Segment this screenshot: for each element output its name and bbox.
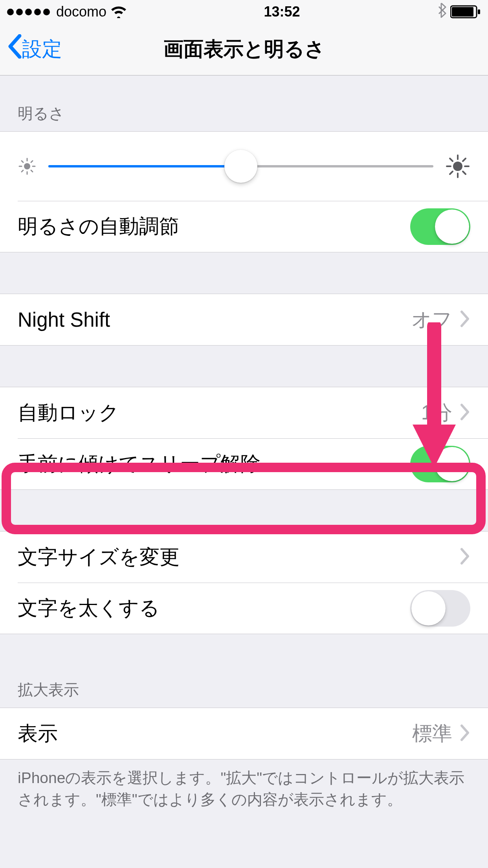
signal-strength-icon — [7, 9, 50, 15]
bold-text-toggle[interactable] — [410, 590, 470, 627]
text-size-cell[interactable]: 文字サイズを変更 — [0, 531, 488, 583]
zoom-footer: iPhoneの表示を選択します。"拡大"ではコントロールが拡大表示されます。"標… — [0, 760, 488, 818]
chevron-left-icon — [7, 34, 22, 63]
sun-large-icon — [445, 154, 470, 179]
brightness-slider-cell — [0, 132, 488, 201]
chevron-right-icon — [460, 401, 470, 425]
section-header-zoom: 拡大表示 — [0, 634, 488, 708]
svg-point-3 — [24, 163, 30, 169]
sun-small-icon — [18, 157, 37, 176]
bold-text-label: 文字を太くする — [18, 595, 410, 622]
svg-line-19 — [450, 171, 453, 174]
auto-brightness-cell: 明るさの自動調節 — [0, 201, 488, 252]
status-left: docomo — [7, 4, 127, 20]
svg-line-8 — [22, 161, 23, 162]
view-value: 標準 — [412, 720, 452, 747]
raise-to-wake-label: 手前に傾けてスリープ解除 — [18, 451, 410, 478]
night-shift-value: オフ — [411, 306, 452, 333]
bold-text-cell: 文字を太くする — [0, 583, 488, 634]
slider-fill — [48, 165, 241, 167]
nav-bar: 設定 画面表示と明るさ — [0, 24, 488, 75]
svg-line-11 — [31, 161, 33, 162]
text-group: 文字サイズを変更 文字を太くする — [0, 531, 488, 634]
svg-line-10 — [22, 170, 23, 172]
auto-lock-cell[interactable]: 自動ロック 1分 — [0, 387, 488, 438]
bluetooth-icon — [437, 2, 446, 22]
chevron-right-icon — [460, 722, 470, 745]
brightness-group: 明るさの自動調節 — [0, 131, 488, 252]
chevron-right-icon — [460, 545, 470, 569]
view-label: 表示 — [18, 720, 412, 747]
night-shift-cell[interactable]: Night Shift オフ — [0, 294, 488, 345]
auto-brightness-toggle[interactable] — [410, 208, 470, 245]
text-size-label: 文字サイズを変更 — [18, 544, 460, 571]
auto-lock-label: 自動ロック — [18, 399, 421, 427]
status-time: 13:52 — [264, 4, 300, 20]
back-button[interactable]: 設定 — [0, 35, 62, 64]
battery-icon — [450, 5, 481, 19]
raise-to-wake-cell: 手前に傾けてスリープ解除 — [0, 438, 488, 489]
status-right — [437, 2, 481, 22]
status-bar: docomo 13:52 — [0, 0, 488, 24]
night-shift-group: Night Shift オフ — [0, 294, 488, 346]
zoom-group: 表示 標準 — [0, 708, 488, 760]
wifi-icon — [110, 6, 127, 18]
section-header-brightness: 明るさ — [0, 75, 488, 131]
svg-line-20 — [463, 158, 466, 161]
carrier-label: docomo — [56, 4, 106, 20]
svg-rect-2 — [478, 9, 480, 14]
svg-point-12 — [453, 162, 462, 171]
brightness-slider[interactable] — [48, 165, 433, 167]
page-title: 画面表示と明るさ — [0, 36, 488, 63]
svg-rect-1 — [452, 7, 473, 17]
slider-thumb[interactable] — [224, 150, 257, 183]
svg-line-18 — [463, 171, 466, 174]
lock-group: 自動ロック 1分 手前に傾けてスリープ解除 — [0, 387, 488, 490]
chevron-right-icon — [460, 308, 470, 331]
back-label: 設定 — [22, 36, 62, 63]
auto-lock-value: 1分 — [421, 399, 452, 427]
view-cell[interactable]: 表示 標準 — [0, 708, 488, 759]
auto-brightness-label: 明るさの自動調節 — [18, 213, 410, 240]
raise-to-wake-toggle[interactable] — [410, 446, 470, 482]
svg-line-17 — [450, 158, 453, 161]
svg-line-9 — [31, 170, 33, 172]
night-shift-label: Night Shift — [18, 308, 411, 331]
